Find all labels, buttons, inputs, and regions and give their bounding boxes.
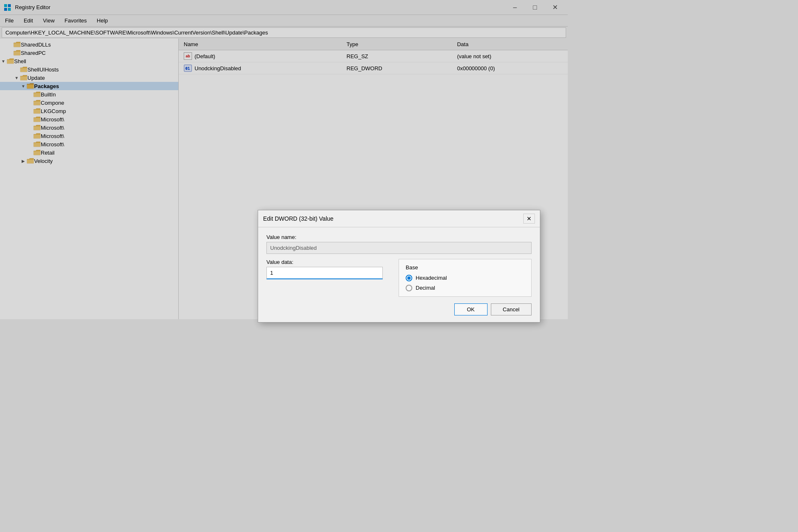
radio-dec-label: Decimal — [416, 285, 435, 291]
value-data-input[interactable] — [266, 267, 383, 279]
value-name-field: Value name: — [266, 234, 532, 254]
value-name-label: Value name: — [266, 234, 532, 240]
radio-hex-label: Hexadecimal — [416, 275, 447, 281]
dialog-close-button[interactable]: ✕ — [523, 214, 535, 224]
radio-hex-indicator — [406, 275, 412, 281]
base-label: Base — [406, 264, 525, 271]
dialog-buttons: OK Cancel — [266, 303, 532, 315]
ok-button[interactable]: OK — [454, 303, 488, 315]
value-data-section: Value data: — [266, 259, 392, 297]
dialog-title-bar: Edit DWORD (32-bit) Value ✕ — [258, 210, 540, 227]
dialog-body: Value name: Value data: Base Hexadecimal — [258, 227, 540, 320]
cancel-button[interactable]: Cancel — [491, 303, 532, 315]
radio-decimal[interactable]: Decimal — [406, 285, 525, 291]
data-base-row: Value data: Base Hexadecimal Decimal — [266, 259, 532, 297]
value-name-input[interactable] — [266, 242, 532, 254]
radio-hexadecimal[interactable]: Hexadecimal — [406, 275, 525, 281]
base-section: Base Hexadecimal Decimal — [399, 259, 532, 297]
edit-dword-dialog: Edit DWORD (32-bit) Value ✕ Value name: … — [258, 210, 540, 320]
radio-group: Hexadecimal Decimal — [406, 275, 525, 291]
radio-dec-indicator — [406, 285, 412, 291]
dialog-overlay: Edit DWORD (32-bit) Value ✕ Value name: … — [0, 0, 568, 319]
dialog-title: Edit DWORD (32-bit) Value — [263, 215, 333, 222]
value-data-label: Value data: — [266, 259, 392, 265]
